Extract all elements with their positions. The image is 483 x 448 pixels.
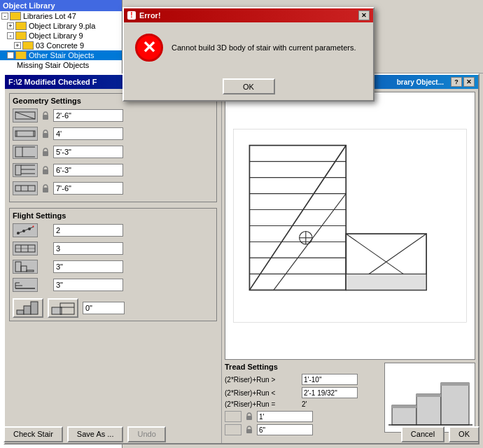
error-title-icon: ! xyxy=(127,11,136,20)
error-close-button[interactable]: ✕ xyxy=(358,10,370,20)
error-title-text: Error! xyxy=(139,11,161,20)
error-footer: OK xyxy=(124,73,373,100)
error-titlebar: ! Error! ✕ xyxy=(124,8,373,22)
error-body: ✕ Cannot build 3D body of stair with cur… xyxy=(124,22,373,73)
error-message-text: Cannot build 3D body of stair with curre… xyxy=(172,43,362,52)
error-icon: ✕ xyxy=(135,34,163,62)
modal-overlay: ! Error! ✕ ✕ Cannot build 3D body of sta… xyxy=(0,0,483,448)
error-title-area: ! Error! xyxy=(127,11,161,20)
error-titlebar-buttons: ✕ xyxy=(358,10,370,20)
error-ok-button[interactable]: OK xyxy=(223,78,275,94)
error-dialog: ! Error! ✕ ✕ Cannot build 3D body of sta… xyxy=(122,7,374,102)
